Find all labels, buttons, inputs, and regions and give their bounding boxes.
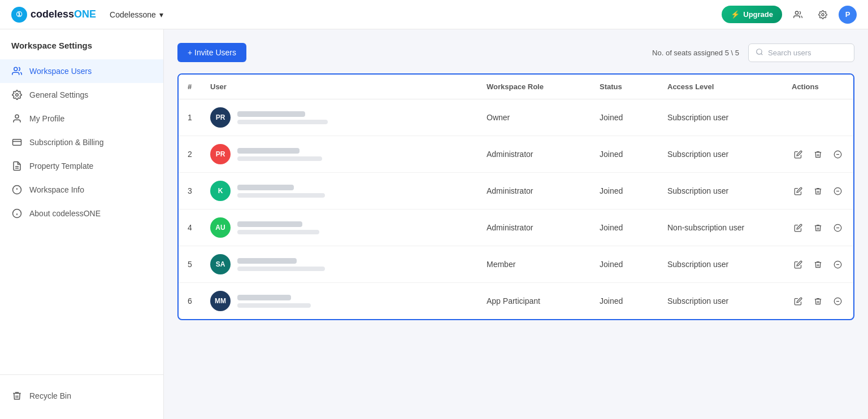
sidebar-item-workspace-info[interactable]: Workspace Info bbox=[0, 178, 163, 202]
sidebar-item-recycle-bin[interactable]: Recycle Bin bbox=[11, 384, 152, 408]
gear-icon[interactable] bbox=[814, 6, 832, 24]
delete-button[interactable] bbox=[811, 185, 824, 198]
block-button[interactable] bbox=[831, 185, 844, 198]
table-row: 2 PR AdministratorJoinedSubscription use… bbox=[179, 136, 853, 173]
upgrade-button[interactable]: ⚡ Upgrade bbox=[722, 6, 782, 23]
row-role: App Participant bbox=[478, 283, 591, 320]
layout: Workspace Settings Workspace Users Ge bbox=[0, 29, 868, 419]
search-input[interactable] bbox=[768, 49, 847, 57]
user-avatar-top[interactable]: P bbox=[839, 6, 857, 24]
users-table-container: # User Workspace Role Status Access Leve… bbox=[177, 73, 854, 320]
block-button[interactable] bbox=[831, 148, 844, 161]
row-status: Joined bbox=[591, 246, 658, 283]
user-cell: PR bbox=[210, 107, 468, 128]
row-number: 4 bbox=[179, 210, 201, 246]
table-row: 6 MM App ParticipantJoinedSubscription u… bbox=[179, 283, 853, 320]
edit-button[interactable] bbox=[792, 258, 805, 271]
row-role: Administrator bbox=[478, 173, 591, 210]
user-cell: K bbox=[210, 181, 468, 201]
workspace-selector[interactable]: Codelessone ▾ bbox=[105, 8, 168, 21]
people-icon[interactable] bbox=[789, 6, 807, 24]
logo-text: codelessONE bbox=[31, 8, 96, 20]
user-info bbox=[237, 148, 322, 161]
user-info bbox=[237, 258, 325, 271]
user-name-placeholder bbox=[237, 258, 297, 264]
row-actions bbox=[783, 283, 853, 320]
document-icon bbox=[11, 160, 23, 172]
row-access-level: Subscription user bbox=[658, 136, 783, 173]
billing-icon bbox=[11, 137, 23, 148]
col-workspace-role: Workspace Role bbox=[478, 75, 591, 99]
user-info bbox=[237, 295, 311, 308]
col-actions: Actions bbox=[783, 75, 853, 99]
delete-button[interactable] bbox=[811, 258, 824, 271]
table-row: 1 PR OwnerJoinedSubscription user bbox=[179, 99, 853, 136]
user-name-placeholder bbox=[237, 221, 302, 227]
user-avatar: AU bbox=[210, 217, 231, 238]
delete-button[interactable] bbox=[811, 221, 824, 234]
user-info bbox=[237, 221, 319, 234]
svg-rect-5 bbox=[13, 139, 21, 146]
sidebar-item-general-settings[interactable]: General Settings bbox=[0, 83, 163, 107]
edit-button[interactable] bbox=[792, 295, 805, 308]
svg-point-1 bbox=[822, 14, 824, 16]
block-button[interactable] bbox=[831, 221, 844, 234]
user-avatar: K bbox=[210, 181, 231, 201]
gear-icon bbox=[11, 89, 23, 101]
row-user-cell: PR bbox=[201, 99, 478, 136]
user-cell: MM bbox=[210, 291, 468, 311]
delete-button[interactable] bbox=[811, 148, 824, 161]
edit-button[interactable] bbox=[792, 185, 805, 198]
edit-button[interactable] bbox=[792, 148, 805, 161]
invite-users-button[interactable]: + Invite Users bbox=[177, 43, 246, 62]
block-button[interactable] bbox=[831, 258, 844, 271]
user-email-placeholder bbox=[237, 156, 322, 161]
sidebar-item-label: Workspace Users bbox=[29, 67, 92, 76]
row-number: 2 bbox=[179, 136, 201, 173]
sidebar-item-label: Recycle Bin bbox=[29, 391, 71, 400]
person-icon bbox=[11, 113, 23, 124]
row-actions bbox=[783, 173, 853, 210]
row-actions bbox=[783, 99, 853, 136]
row-access-level: Non-subscription user bbox=[658, 210, 783, 246]
sidebar: Workspace Settings Workspace Users Ge bbox=[0, 29, 164, 419]
sidebar-item-my-profile[interactable]: My Profile bbox=[0, 107, 163, 130]
actions-cell bbox=[792, 295, 844, 308]
table-row: 4 AU AdministratorJoinedNon-subscription… bbox=[179, 210, 853, 246]
search-icon bbox=[756, 48, 763, 58]
row-actions bbox=[783, 210, 853, 246]
user-avatar: MM bbox=[210, 291, 231, 311]
delete-button[interactable] bbox=[811, 295, 824, 308]
user-info bbox=[237, 185, 325, 198]
actions-cell bbox=[792, 258, 844, 271]
col-number: # bbox=[179, 75, 201, 99]
toolbar-right: No. of seats assigned 5 \ 5 bbox=[652, 43, 854, 62]
row-user-cell: SA bbox=[201, 246, 478, 283]
row-access-level: Subscription user bbox=[658, 99, 783, 136]
svg-point-2 bbox=[14, 67, 18, 71]
logo[interactable]: ① codelessONE bbox=[11, 7, 96, 23]
info-icon bbox=[11, 184, 23, 195]
sidebar-item-property-template[interactable]: Property Template bbox=[0, 154, 163, 178]
user-info bbox=[237, 111, 328, 124]
row-access-level: Subscription user bbox=[658, 173, 783, 210]
user-cell: PR bbox=[210, 144, 468, 164]
row-status: Joined bbox=[591, 283, 658, 320]
logo-icon: ① bbox=[11, 7, 27, 23]
row-user-cell: K bbox=[201, 173, 478, 210]
sidebar-item-workspace-users[interactable]: Workspace Users bbox=[0, 59, 163, 83]
chevron-down-icon: ▾ bbox=[159, 10, 163, 19]
edit-button[interactable] bbox=[792, 221, 805, 234]
row-access-level: Subscription user bbox=[658, 283, 783, 320]
topnav: ① codelessONE Codelessone ▾ ⚡ Upgrade P bbox=[0, 0, 868, 29]
user-cell: AU bbox=[210, 217, 468, 238]
lightning-icon: ⚡ bbox=[731, 10, 740, 19]
sidebar-item-about-codelessone[interactable]: About codelessONE bbox=[0, 202, 163, 225]
block-button[interactable] bbox=[831, 295, 844, 308]
sidebar-item-label: About codelessONE bbox=[29, 209, 101, 218]
sidebar-item-subscription-billing[interactable]: Subscription & Billing bbox=[0, 130, 163, 154]
sidebar-item-label: General Settings bbox=[29, 90, 88, 99]
trash-icon bbox=[11, 390, 23, 401]
user-name-placeholder bbox=[237, 185, 294, 190]
topnav-right: ⚡ Upgrade P bbox=[722, 6, 857, 24]
